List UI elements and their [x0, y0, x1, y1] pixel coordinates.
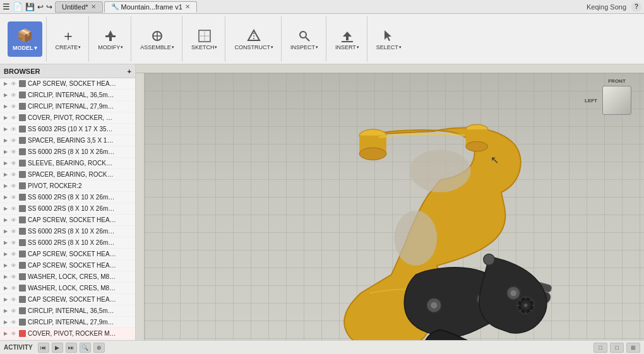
browser-item-expand-arrow[interactable]: ▶ [4, 149, 9, 155]
insert-button[interactable]: INSERT ▾ [331, 26, 363, 52]
browser-item[interactable]: ▶👁CIRCLIP, INTERNAL, 36,5mm OI... [0, 90, 135, 101]
browser-item-expand-arrow[interactable]: ▶ [4, 138, 9, 143]
viewcube[interactable]: FRONT LEFT [595, 78, 639, 122]
browser-item-visibility-icon[interactable]: 👁 [11, 92, 17, 98]
bottom-icon-btn-zoom-in[interactable]: ⊕ [93, 343, 105, 353]
browser-item-expand-arrow[interactable]: ▶ [4, 319, 9, 325]
browser-item-visibility-icon[interactable]: 👁 [11, 274, 17, 280]
browser-item[interactable]: ▶👁CAP SCREW, SOCKET HEAD, CRI... [0, 78, 135, 90]
browser-item[interactable]: ▶👁CIRCLIP, INTERNAL, 27,9mm OI... [0, 317, 135, 328]
bottom-icon-btn-play[interactable]: ▶ [52, 343, 63, 353]
browser-item-expand-arrow[interactable]: ▶ [4, 274, 9, 280]
browser-item-visibility-icon[interactable]: 👁 [11, 251, 17, 257]
assemble-button[interactable]: ASSEMBLE ▾ [136, 26, 178, 52]
browser-item-expand-arrow[interactable]: ▶ [4, 240, 9, 245]
browser-item[interactable]: ▶👁SS 6000 2RS (8 X 10 X 26mm):5 [0, 226, 135, 237]
3d-canvas[interactable]: ↖ FRONT LEFT [145, 73, 644, 340]
new-file-icon[interactable]: 📄 [13, 2, 23, 11]
browser-item-expand-arrow[interactable]: ▶ [4, 297, 9, 302]
browser-toggle[interactable]: + [128, 68, 131, 75]
browser-item-expand-arrow[interactable]: ▶ [4, 228, 9, 234]
browser-item-expand-arrow[interactable]: ▶ [4, 251, 9, 257]
construct-button[interactable]: CONSTRUCT ▾ [230, 26, 277, 52]
browser-item[interactable]: ▶👁WASHER, LOCK, CRES, M8, 12,7... [0, 283, 135, 294]
browser-item-expand-arrow[interactable]: ▶ [4, 263, 9, 268]
bottom-icon-btn-zoom-out[interactable]: 🔍 [80, 343, 91, 353]
tab-close-mountain[interactable]: ✕ [185, 3, 190, 10]
browser-item-expand-arrow[interactable]: ▶ [4, 160, 9, 166]
browser-item-visibility-icon[interactable]: 👁 [11, 285, 17, 292]
bottom-icon-btn-next[interactable]: ⏭ [66, 343, 77, 353]
browser-item[interactable]: ▶👁SS 6000 2RS (8 X 10 X 26mm):6 [0, 237, 135, 249]
browser-item-visibility-icon[interactable]: 👁 [11, 206, 17, 212]
save-icon[interactable]: 💾 [25, 3, 35, 11]
bottom-icon-btn-prev[interactable]: ⏮ [38, 343, 49, 353]
sketch-button[interactable]: SKETCH ▾ [188, 26, 222, 52]
browser-item-visibility-icon[interactable]: 👁 [11, 149, 17, 155]
browser-item-visibility-icon[interactable]: 👁 [11, 331, 17, 337]
app-menu-icon[interactable]: ☰ [3, 2, 10, 11]
browser-item[interactable]: ▶👁CIRCLIP, INTERNAL, 27,9mm OI... [0, 101, 135, 112]
viewcube-box[interactable] [602, 86, 631, 115]
browser-item[interactable]: ▶👁CAP SCREW, SOCKET HEAD, FLA... [0, 215, 135, 226]
browser-item-expand-arrow[interactable]: ▶ [4, 206, 9, 211]
help-button[interactable]: ? [631, 2, 641, 12]
bottom-view-btn-3[interactable]: ⊞ [626, 343, 640, 353]
browser-item[interactable]: ▶👁SPACER, BEARING 3,5 X 17 X 3C... [0, 135, 135, 146]
undo-icon[interactable]: ↩ [37, 3, 44, 11]
bottom-view-btn-2[interactable]: □ [610, 343, 624, 353]
browser-item[interactable]: ▶👁PIVOT, ROCKER:2 [0, 180, 135, 192]
browser-item[interactable]: ▶👁CAP SCREW, SOCKET HEAD, FLA... [0, 249, 135, 260]
select-button[interactable]: SELECT ▾ [373, 26, 405, 52]
browser-item[interactable]: ▶👁COVER, PIVOT, ROCKER, M27,9... [0, 112, 135, 124]
modify-button[interactable]: MODIFY ▾ [94, 26, 127, 52]
browser-item-expand-arrow[interactable]: ▶ [4, 194, 9, 200]
tab-untitled[interactable]: Untitled* ✕ [55, 1, 103, 13]
viewport[interactable]: // ruler ticks drawn inline via JS below [136, 64, 644, 340]
browser-item-expand-arrow[interactable]: ▶ [4, 172, 9, 177]
browser-item[interactable]: ▶👁SS 6000 2RS (8 X 10 X 26mm):2 [0, 146, 135, 158]
browser-item-visibility-icon[interactable]: 👁 [11, 160, 17, 167]
browser-item-visibility-icon[interactable]: 👁 [11, 115, 17, 121]
browser-item-expand-arrow[interactable]: ▶ [4, 81, 9, 86]
bottom-view-btn-1[interactable]: □ [593, 343, 607, 353]
browser-item[interactable]: ▶👁CAP SCREW, SOCKET HEAD, CRI... [0, 294, 135, 305]
inspect-button[interactable]: INSPECT ▾ [287, 26, 322, 52]
browser-item-visibility-icon[interactable]: 👁 [11, 308, 17, 314]
browser-item[interactable]: ▶👁SS 6003 2RS (10 X 17 X 35mm)... [0, 124, 135, 135]
browser-item-visibility-icon[interactable]: 👁 [11, 297, 17, 303]
browser-item-visibility-icon[interactable]: 👁 [11, 263, 17, 269]
model-button[interactable]: 📦 MODEL ▾ [8, 21, 42, 57]
browser-item-expand-arrow[interactable]: ▶ [4, 92, 9, 98]
browser-item-expand-arrow[interactable]: ▶ [4, 308, 9, 314]
browser-item-expand-arrow[interactable]: ▶ [4, 103, 9, 109]
browser-item[interactable]: ▶👁SS 6000 2RS (8 X 10 X 26mm):3 [0, 192, 135, 203]
browser-item-visibility-icon[interactable]: 👁 [11, 228, 17, 235]
browser-item-visibility-icon[interactable]: 👁 [11, 126, 17, 133]
tab-close-untitled[interactable]: ✕ [91, 3, 96, 10]
browser-item-expand-arrow[interactable]: ▶ [4, 115, 9, 121]
browser-item-visibility-icon[interactable]: 👁 [11, 240, 17, 246]
browser-item-visibility-icon[interactable]: 👁 [11, 194, 17, 201]
browser-item[interactable]: ▶👁SPACER, BEARING, ROCKER, MI... [0, 169, 135, 180]
browser-item-visibility-icon[interactable]: 👁 [11, 172, 17, 178]
browser-item-expand-arrow[interactable]: ▶ [4, 217, 9, 223]
browser-item[interactable]: ▶👁CAP SCREW, SOCKET HEAD, FLA... [0, 260, 135, 271]
browser-item[interactable]: ▶👁CIRCLIP, INTERNAL, 36,5mm OI... [0, 305, 135, 317]
redo-icon[interactable]: ↪ [46, 3, 52, 11]
browser-item-visibility-icon[interactable]: 👁 [11, 183, 17, 189]
browser-item-visibility-icon[interactable]: 👁 [11, 103, 17, 110]
browser-item-expand-arrow[interactable]: ▶ [4, 285, 9, 291]
browser-item-visibility-icon[interactable]: 👁 [11, 81, 17, 87]
create-button[interactable]: ＋ CREATE ▾ [52, 26, 85, 52]
browser-item-expand-arrow[interactable]: ▶ [4, 331, 9, 336]
browser-item-expand-arrow[interactable]: ▶ [4, 126, 9, 132]
browser-item[interactable]: ▶👁MANITOU METEL (215mm), 6 W... [0, 339, 135, 340]
browser-item[interactable]: ▶👁WASHER, LOCK, CRES, M8, 12,7... [0, 271, 135, 283]
browser-item-expand-arrow[interactable]: ▶ [4, 183, 9, 189]
browser-item-visibility-icon[interactable]: 👁 [11, 217, 17, 223]
browser-item[interactable]: ▶👁COVER, PIVOT, ROCKER M27,9... [0, 328, 135, 339]
tab-mountain-frame[interactable]: 🔧 Mountain...frame v1 ✕ [104, 1, 197, 13]
browser-item[interactable]: ▶👁SS 6000 2RS (8 X 10 X 26mm):4 [0, 203, 135, 215]
browser-item-visibility-icon[interactable]: 👁 [11, 138, 17, 144]
